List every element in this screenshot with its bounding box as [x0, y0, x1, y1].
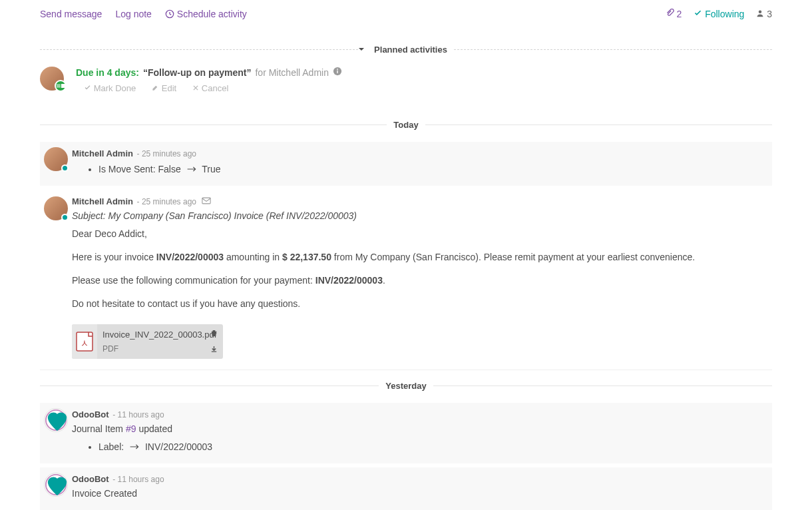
- pencil-icon: [152, 84, 159, 91]
- email-paragraph: Here is your invoice INV/2022/00003 amou…: [72, 250, 772, 264]
- today-header: Today: [40, 120, 772, 130]
- attachments-button[interactable]: 2: [666, 9, 682, 19]
- message-author: Mitchell Admin: [72, 196, 133, 206]
- download-attachment-button[interactable]: [210, 344, 218, 356]
- activity-title: “Follow-up on payment”: [143, 67, 252, 78]
- message-author: OdooBot: [72, 474, 109, 484]
- attachment[interactable]: 人 Invoice_INV_2022_00003.pdf PDF: [72, 324, 223, 359]
- arrow-right-icon: [186, 162, 197, 176]
- download-icon: [210, 346, 218, 353]
- message-time: - 11 hours ago: [112, 475, 164, 484]
- delete-attachment-button[interactable]: [210, 328, 218, 340]
- clock-icon: [165, 9, 174, 19]
- planned-activity: Due in 4 days: “Follow-up on payment” fo…: [40, 67, 772, 100]
- svg-text:人: 人: [81, 340, 88, 346]
- activity-type-badge: [55, 80, 67, 92]
- yesterday-label: Yesterday: [379, 381, 433, 391]
- message-time: - 11 hours ago: [112, 410, 164, 419]
- envelope-icon[interactable]: [202, 196, 211, 206]
- message-subject: Subject: My Company (San Francisco) Invo…: [72, 209, 772, 223]
- mark-done-button[interactable]: Mark Done: [84, 83, 136, 93]
- log-note-tab[interactable]: Log note: [115, 9, 152, 19]
- activity-assignee: for Mitchell Admin: [255, 67, 329, 78]
- author-avatar: [44, 196, 68, 220]
- activity-due: Due in 4 days:: [76, 67, 139, 78]
- today-label: Today: [387, 120, 425, 130]
- check-icon: [694, 9, 702, 17]
- svg-rect-8: [202, 198, 210, 204]
- svg-rect-3: [57, 86, 61, 87]
- message-text: Journal Item #9 updated: [72, 422, 765, 436]
- planned-activities-header[interactable]: Planned activities: [40, 45, 772, 55]
- email-paragraph: Do not hesitate to contact us if you hav…: [72, 297, 772, 311]
- email-paragraph: Please use the following communication f…: [72, 274, 772, 288]
- edit-button[interactable]: Edit: [152, 83, 176, 93]
- arrow-right-icon: [129, 440, 140, 454]
- message-time: - 25 minutes ago: [137, 197, 196, 206]
- svg-rect-4: [57, 87, 61, 87]
- author-avatar: [44, 473, 68, 497]
- schedule-activity-tab[interactable]: Schedule activity: [165, 9, 247, 19]
- caret-down-icon: [358, 45, 365, 55]
- trash-icon: [210, 330, 218, 337]
- pdf-icon: 人: [72, 324, 97, 359]
- tracking-change: Label: INV/2022/00003: [99, 440, 765, 454]
- followers-button[interactable]: 3: [756, 9, 772, 19]
- tracking-change: Is Move Sent: False True: [99, 162, 765, 176]
- close-icon: [192, 85, 199, 91]
- user-icon: [756, 9, 764, 17]
- yesterday-header: Yesterday: [40, 381, 772, 391]
- attachment-filename: Invoice_INV_2022_00003.pdf: [102, 328, 216, 342]
- activity-avatar: [40, 67, 64, 91]
- message-author: Mitchell Admin: [72, 148, 133, 158]
- svg-point-7: [337, 69, 338, 70]
- message-log-entry: OdooBot - 11 hours ago Invoice Created: [40, 467, 772, 510]
- svg-point-1: [759, 11, 762, 14]
- planned-activities-label: Planned activities: [367, 45, 454, 55]
- check-icon: [84, 84, 91, 91]
- svg-rect-6: [337, 71, 337, 73]
- message-time: - 25 minutes ago: [137, 149, 196, 158]
- attachment-filetype: PDF: [102, 343, 216, 355]
- chatter-topbar: Send message Log note Schedule activity …: [40, 3, 772, 25]
- message-log-entry: OdooBot - 11 hours ago Journal Item #9 u…: [40, 403, 772, 463]
- author-avatar: [44, 408, 68, 432]
- author-avatar: [44, 147, 68, 171]
- info-icon[interactable]: [333, 67, 342, 78]
- message-author: OdooBot: [72, 409, 109, 419]
- following-button[interactable]: Following: [694, 9, 744, 19]
- svg-rect-2: [57, 85, 61, 85]
- paperclip-icon: [666, 9, 674, 17]
- send-message-tab[interactable]: Send message: [40, 9, 102, 19]
- message-email: Mitchell Admin - 25 minutes ago Subject:…: [40, 196, 772, 359]
- journal-item-link[interactable]: #9: [126, 423, 136, 434]
- message-text: Invoice Created: [72, 487, 765, 501]
- cancel-button[interactable]: Cancel: [192, 83, 228, 93]
- message-log-entry: Mitchell Admin - 25 minutes ago Is Move …: [40, 142, 772, 186]
- email-greeting: Dear Deco Addict,: [72, 227, 772, 241]
